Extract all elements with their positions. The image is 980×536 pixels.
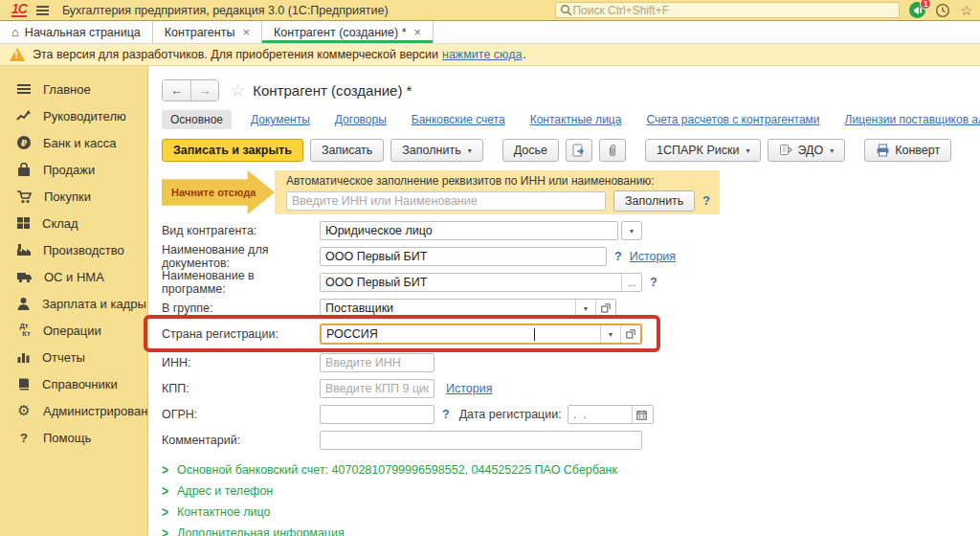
kind-input[interactable] — [320, 221, 618, 240]
tab-bankovskie-scheta[interactable]: Банковские счета — [406, 110, 511, 129]
sidebar-item-otchety[interactable]: Отчеты — [0, 344, 147, 370]
inn-input[interactable] — [320, 353, 434, 372]
name-program-input[interactable] — [321, 274, 621, 291]
main-menu-icon[interactable] — [36, 6, 49, 15]
tab-licenzii[interactable]: Лицензии поставщиков алкогольной продукц… — [839, 110, 980, 129]
spark-risks-button[interactable]: 1СПАРК Риски▾ — [645, 139, 761, 162]
envelope-print-button[interactable]: Конверт — [864, 139, 951, 162]
1c-logo: 1С — [11, 3, 27, 17]
name-docs-history-link[interactable]: История — [630, 250, 676, 263]
fill-dropdown-button[interactable]: Заполнить▾ — [390, 139, 482, 162]
bag-icon — [16, 163, 32, 177]
tab-home[interactable]: ⌂ Начальная страница — [0, 21, 153, 43]
tab-dokumenty[interactable]: Документы — [245, 110, 316, 129]
name-program-label: Наименование в программе: — [162, 269, 320, 296]
tab-label: Контрагенты — [165, 26, 235, 39]
group-label: В группе: — [162, 302, 320, 315]
name-docs-input[interactable] — [320, 247, 607, 266]
question-icon: ? — [16, 431, 32, 445]
field-row-country: Страна регистрации: ▾ — [162, 324, 980, 344]
sidebar-item-administrirovanie[interactable]: ⚙ Администрирование — [0, 397, 147, 424]
sidebar-item-operacii[interactable]: ДтКт Операции — [0, 317, 147, 344]
save-button[interactable]: Записать — [310, 139, 384, 162]
inn-or-name-input[interactable] — [286, 191, 606, 211]
tab-kontaktnye-lica[interactable]: Контактные лица — [524, 110, 628, 129]
country-label: Страна регистрации: — [162, 327, 320, 341]
sidebar-item-sklad[interactable]: Склад — [0, 210, 147, 236]
group-input[interactable] — [321, 300, 575, 317]
bar-chart-icon — [16, 350, 31, 364]
sidebar-item-os-nma[interactable]: ОС и НМА — [0, 263, 147, 290]
history-icon[interactable] — [935, 3, 950, 18]
help-icon[interactable]: ? — [650, 276, 657, 289]
text-cursor — [534, 328, 535, 341]
close-icon[interactable]: × — [242, 25, 250, 39]
kpp-label: КПП: — [162, 382, 320, 395]
collapsible-sections: > Основной банковский счет: 407028107999… — [162, 459, 980, 536]
sidebar-item-bank-kassa[interactable]: ₽ Банк и касса — [0, 129, 147, 156]
kpp-input[interactable] — [320, 379, 434, 398]
calendar-icon[interactable] — [632, 406, 652, 423]
section-additional-info[interactable]: > Дополнительная информация — [162, 523, 980, 536]
dropdown-icon[interactable]: ▾ — [575, 300, 595, 317]
menu-lines-icon — [16, 82, 32, 96]
section-contact-person[interactable]: > Контактное лицо — [162, 502, 980, 523]
global-search[interactable] — [555, 2, 900, 18]
sidebar-item-rukovoditelyu[interactable]: Руководителю — [0, 102, 147, 129]
tab-scheta-raschetov[interactable]: Счета расчетов с контрагентами — [640, 110, 825, 129]
reg-date-input[interactable] — [568, 406, 632, 423]
dropdown-icon[interactable]: ▾ — [621, 221, 642, 240]
favorites-star-icon[interactable]: ☆ — [960, 4, 972, 17]
autofill-fill-button[interactable]: Заполнить — [613, 190, 695, 212]
warning-text: Эта версия для разработчиков. Для приобр… — [33, 48, 438, 61]
load-document-button[interactable] — [566, 139, 592, 162]
edo-button[interactable]: ЭДО▾ — [768, 139, 845, 162]
open-item-icon[interactable] — [620, 325, 640, 343]
search-input[interactable] — [572, 4, 895, 17]
tab-kontragent-create[interactable]: Контрагент (создание) * × — [262, 21, 434, 43]
comment-input[interactable] — [320, 431, 642, 450]
paperclip-icon — [606, 144, 619, 158]
ogrn-input[interactable] — [320, 405, 434, 424]
help-icon[interactable]: ? — [442, 408, 450, 421]
save-close-button[interactable]: Записать и закрыть — [162, 139, 303, 162]
ellipsis-button[interactable]: ... — [621, 274, 641, 291]
field-row-group: В группе: ▾ — [162, 299, 980, 318]
sidebar-item-spravochniki[interactable]: Справочники — [0, 370, 147, 397]
help-icon[interactable]: ? — [702, 194, 710, 208]
field-row-kpp: КПП: История — [162, 379, 980, 398]
section-bank-account[interactable]: > Основной банковский счет: 407028107999… — [162, 459, 980, 480]
section-address-phone[interactable]: > Адрес и телефон — [162, 480, 980, 502]
dropdown-icon[interactable]: ▾ — [600, 325, 620, 343]
attachments-button[interactable] — [599, 139, 626, 162]
close-icon[interactable]: × — [414, 25, 422, 39]
help-icon[interactable]: ? — [614, 250, 622, 263]
country-input[interactable] — [322, 325, 599, 343]
tab-dogovory[interactable]: Договоры — [329, 110, 392, 129]
ruble-circle-icon: ₽ — [16, 135, 32, 150]
sidebar-item-proizvodstvo[interactable]: Производство — [0, 236, 147, 263]
kpp-history-link[interactable]: История — [446, 382, 492, 395]
open-item-icon[interactable] — [595, 300, 615, 317]
chevron-right-icon: > — [162, 461, 168, 479]
field-row-ogrn: ОГРН: ? Дата регистрации: — [162, 405, 980, 424]
tab-osnovnoe[interactable]: Основное — [162, 110, 232, 129]
sidebar-item-pomosch[interactable]: ? Помощь — [0, 424, 147, 451]
favorite-star-icon[interactable]: ☆ — [231, 80, 245, 100]
svg-text:₽: ₽ — [21, 138, 28, 148]
sidebar-item-glavnoe[interactable]: Главное — [0, 76, 147, 102]
autofill-block: Начните отсюда Автоматическое заполнение… — [162, 170, 980, 214]
dev-version-warning: Эта версия для разработчиков. Для приобр… — [0, 44, 980, 66]
buy-commercial-link[interactable]: нажмите сюда — [442, 48, 522, 61]
sidebar-item-prodazhi[interactable]: Продажи — [0, 156, 147, 183]
dossier-button[interactable]: Досье — [502, 139, 559, 162]
sidebar-item-pokupki[interactable]: Покупки — [0, 183, 147, 210]
contractor-form: Вид контрагента: ▾ Наименование для доку… — [162, 221, 980, 450]
sidebar-item-zarplata[interactable]: Зарплата и кадры — [0, 290, 147, 317]
field-row-name-docs: Наименование для документов: ? История — [162, 247, 980, 266]
tab-kontragenty[interactable]: Контрагенты × — [153, 21, 262, 43]
forward-button[interactable]: → — [190, 80, 218, 100]
back-button[interactable]: ← — [163, 80, 190, 100]
window-tabbar: ⌂ Начальная страница Контрагенты × Контр… — [0, 21, 980, 44]
notifications-icon[interactable]: 1 — [909, 2, 925, 18]
